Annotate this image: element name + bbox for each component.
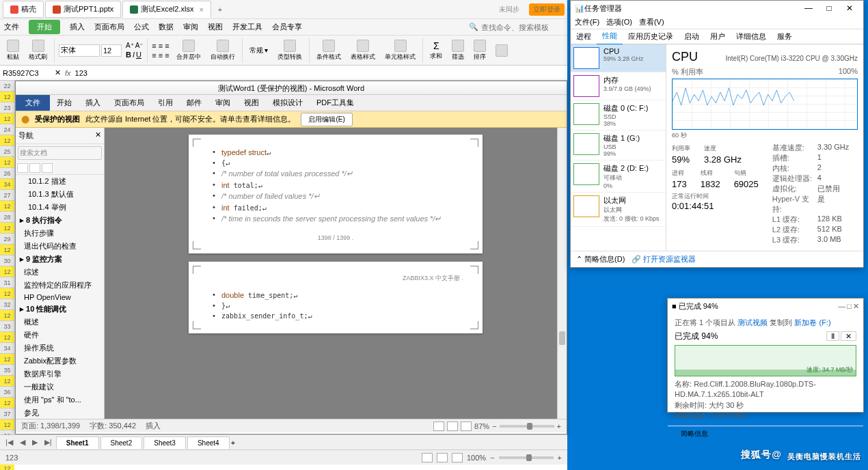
wps-search[interactable]: 🔍 [469,23,563,31]
underline-button[interactable]: U [136,51,141,59]
wps-zoom-out-icon[interactable]: − [490,454,494,462]
nav-item[interactable]: 10.1.3 默认值 [16,188,104,201]
enable-editing-button[interactable]: 启用编辑(E) [301,113,352,126]
word-tab-view[interactable]: 视图 [237,95,266,111]
row-headers[interactable]: 2212231224122512263427122812291230123112… [0,81,15,434]
tm-tab-services[interactable]: 服务 [772,29,798,44]
word-tab-insert[interactable]: 插入 [79,95,107,111]
menu-member[interactable]: 会员专享 [272,22,302,32]
italic-button[interactable]: I [133,51,135,59]
tm-item-cpu[interactable]: CPU59% 3.28 GHz [571,44,666,72]
nav-item[interactable]: 10.1.4 举例 [16,201,104,214]
font-select[interactable] [59,44,100,57]
nav-item[interactable]: 数据库引擎 [16,368,104,381]
copy-fewer-details[interactable]: 简略信息 [668,426,863,441]
tab-add-button[interactable]: + [213,3,228,16]
align-bot-icon[interactable]: ≡ [165,51,169,59]
tm-item-mem[interactable]: 内存3.9/7.9 GB (49%) [571,72,666,100]
copy-titlebar[interactable]: ■ 已完成 94% —□✕ [668,299,863,314]
word-tab-home[interactable]: 开始 [50,95,79,111]
login-button[interactable]: 立即登录 [529,3,565,16]
tm-menu-view[interactable]: 查看(V) [639,17,664,27]
nav-item[interactable]: 使用 "ps" 和 "to... [16,393,104,406]
tm-tab-details[interactable]: 详细信息 [731,29,772,44]
increase-font-icon[interactable]: A⁺ [126,42,134,49]
doc-scrollbar[interactable] [557,128,567,419]
menu-layout[interactable]: 页面布局 [94,22,124,32]
tm-item-disk[interactable]: 磁盘 2 (D: E:)可移动0% [571,161,666,193]
word-tab-design[interactable]: 模拟设计 [266,95,310,111]
sheet-add-icon[interactable]: + [231,439,235,447]
zoom-slider[interactable] [500,425,554,428]
fill-icon[interactable] [496,44,508,57]
nav-item[interactable]: 退出代码的检查 [16,240,104,253]
tm-tab-processes[interactable]: 进程 [571,29,597,44]
nav-item[interactable]: 参见 [16,406,104,419]
menu-file[interactable]: 文件 [4,22,19,32]
word-file-tab[interactable]: 文件 [16,95,50,111]
sheet-next-icon[interactable]: ▶ [29,438,40,447]
zoom-value[interactable]: 87% [474,422,489,430]
wps-tab-ppt[interactable]: 测试PPT1.pptx [45,1,121,18]
wps-tab-excel[interactable]: 测试Excel2.xlsx× [122,1,211,18]
nav-item[interactable]: 监控特定的应用程序 [16,279,104,292]
tm-item-eth[interactable]: 以太网以太网发送: 0 接收: 0 Kbps [571,193,666,227]
nav-tree[interactable]: 10.1.2 描述10.1.3 默认值10.1.4 举例▸ 8 执行指令执行步骤… [16,175,104,419]
tab-close-icon[interactable]: × [199,5,203,14]
sum-icon[interactable]: Σ [433,40,439,51]
copy-max-button[interactable]: □ [847,302,852,311]
nav-search-input[interactable]: 搜索文档 [18,146,102,160]
nav-tab-results[interactable] [42,163,53,173]
align-mid-icon[interactable]: ≡ [159,51,163,59]
nav-item[interactable]: 硬件 [16,329,104,342]
search-input[interactable] [481,23,563,31]
word-tab-review[interactable]: 审阅 [208,95,237,111]
copy-min-button[interactable]: — [838,302,845,311]
menu-dev[interactable]: 开发工具 [232,22,262,32]
document-area[interactable]: typedef struct↵{↵/* number of total valu… [105,128,567,419]
nav-item[interactable]: 概述 [16,316,104,329]
sheet-prev-icon[interactable]: ◀ [17,438,28,447]
wrap-icon[interactable] [217,40,229,52]
zoom-out-icon[interactable]: − [492,422,496,430]
cancel-button[interactable]: ✕ [841,331,856,341]
nav-item[interactable]: 操作系统 [16,342,104,355]
align-left-icon[interactable]: ≡ [152,42,156,50]
format-brush-icon[interactable] [32,40,44,52]
formula-input[interactable] [75,69,565,77]
align-right-icon[interactable]: ≡ [165,42,169,50]
wps-zoom-slider[interactable] [499,456,554,459]
nav-tab-pages[interactable] [29,163,40,173]
cond-format-icon[interactable] [323,40,335,52]
menu-formula[interactable]: 公式 [134,22,149,32]
fewer-details-button[interactable]: ⌃ 简略信息(D) [576,254,625,264]
nosync-label[interactable]: 未同步 [495,3,524,16]
sort-icon[interactable] [474,40,486,52]
view-page-icon[interactable] [437,453,448,462]
filter-icon[interactable] [452,40,464,52]
cell-reference[interactable] [3,69,51,77]
wps-zoom[interactable]: 100% [467,454,486,462]
sheet-first-icon[interactable]: |◀ [3,438,16,447]
word-count[interactable]: 字数: 350,442 [90,421,136,431]
nav-item[interactable]: ▸ 9 监控方案 [16,253,104,266]
nav-item[interactable]: ▸ 8 执行指令 [16,214,104,227]
word-tab-mail[interactable]: 邮件 [180,95,208,111]
nav-close-icon[interactable]: ✕ [95,130,101,141]
page-count[interactable]: 页面: 1,398/1,399 [21,421,80,431]
tm-item-disk[interactable]: 磁盘 1 (G:)USB99% [571,130,666,161]
tm-titlebar[interactable]: 📊 任务管理器 —□✕ [571,1,863,16]
menu-review[interactable]: 审阅 [183,22,198,32]
pause-button[interactable]: Ⅱ [826,331,839,341]
nav-item[interactable]: 执行步骤 [16,227,104,240]
resource-monitor-link[interactable]: 🔗 打开资源监视器 [632,254,696,264]
menu-start[interactable]: 开始 [29,20,60,34]
tm-tab-users[interactable]: 用户 [705,29,731,44]
maximize-button[interactable]: □ [819,3,839,13]
align-top-icon[interactable]: ≡ [152,51,156,59]
sheet-tab-4[interactable]: Sheet4 [187,437,230,449]
insert-mode[interactable]: 插入 [146,421,161,431]
view-read-icon[interactable] [447,421,458,431]
wps-tab-docer[interactable]: 稿壳 [3,1,44,18]
word-tab-pdf[interactable]: PDF工具集 [310,95,361,111]
